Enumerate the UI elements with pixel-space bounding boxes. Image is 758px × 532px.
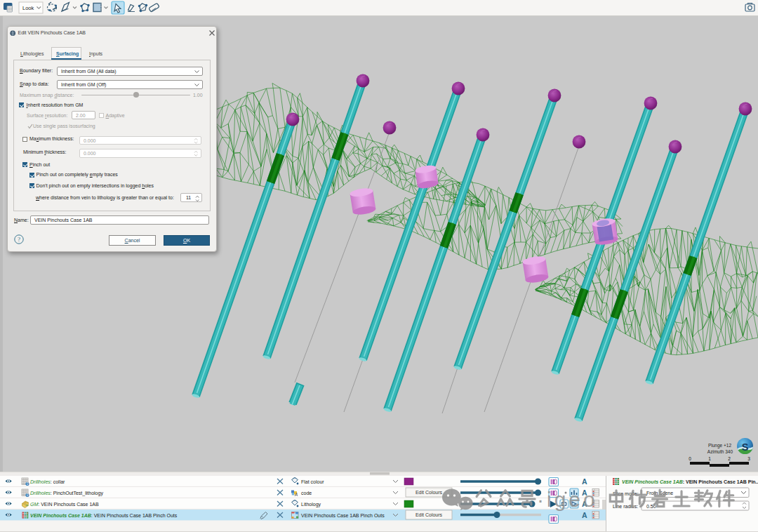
svg-text:VEIN Pinchouts Case 1AB Pinch: VEIN Pinchouts Case 1AB Pinch Outs <box>301 513 385 518</box>
svg-text:VEIN Pinchouts Case 1AB: VEIN: VEIN Pinchouts Case 1AB: VEIN Pinchouts … <box>622 479 758 484</box>
svg-text:Edit Colours: Edit Colours <box>415 512 443 517</box>
svg-text:·igeo: ·igeo <box>537 488 598 511</box>
svg-text:3: 3 <box>747 456 750 461</box>
svg-text:VEIN Pinchouts Case 1AB: VEIN: VEIN Pinchouts Case 1AB: VEIN Pinchouts … <box>30 513 178 518</box>
svg-text:Azimuth 340: Azimuth 340 <box>707 449 733 454</box>
svg-text:1: 1 <box>708 456 711 461</box>
svg-text:Drillholes: PinchOutTest_litho: Drillholes: PinchOutTest_lithology <box>30 491 103 496</box>
svg-text:GM: VEIN Pinchouts Case 1AB: GM: VEIN Pinchouts Case 1AB <box>30 502 99 507</box>
svg-text:Drillholes: collar: Drillholes: collar <box>30 479 65 484</box>
svg-text:Look: Look <box>22 5 34 11</box>
svg-text:A: A <box>294 492 298 497</box>
svg-text:Edit Colours: Edit Colours <box>415 490 443 495</box>
svg-text:2: 2 <box>728 456 731 461</box>
svg-text:A: A <box>582 511 587 519</box>
svg-text:A: A <box>582 477 587 486</box>
svg-text:Plunge +12: Plunge +12 <box>708 443 731 448</box>
svg-text:?: ? <box>18 236 20 243</box>
svg-text:Lithology: Lithology <box>301 502 321 507</box>
svg-text:code: code <box>301 491 312 496</box>
svg-text:S: S <box>742 441 749 453</box>
svg-text:0: 0 <box>689 456 691 461</box>
svg-text:Flat colour: Flat colour <box>301 479 324 484</box>
